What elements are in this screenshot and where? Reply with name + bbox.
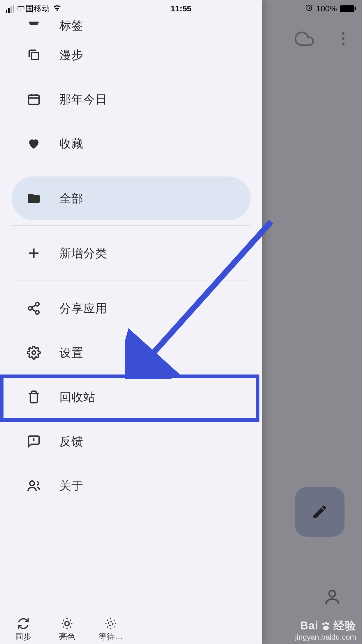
drawer-item-favorites[interactable]: 收藏 <box>0 121 262 166</box>
svg-point-17 <box>327 623 329 625</box>
battery-percent: 100% <box>316 4 337 13</box>
drawer-item-add-category[interactable]: 新增分类 <box>0 231 262 275</box>
brightness-icon <box>104 617 117 630</box>
drawer-item-settings[interactable]: 设置 <box>0 330 262 375</box>
svg-point-0 <box>342 32 345 35</box>
svg-point-8 <box>36 311 39 314</box>
wait-button[interactable]: 等待… <box>90 617 131 642</box>
bottom-btn-label: 同步 <box>15 631 31 642</box>
drawer-item-recycle[interactable]: 回收站 <box>0 375 262 419</box>
divider <box>12 225 251 226</box>
navigation-drawer: 标签 漫步 那年今日 收藏 全部 <box>0 0 262 644</box>
divider <box>12 281 251 281</box>
svg-point-10 <box>30 481 34 486</box>
plus-icon <box>26 245 42 261</box>
svg-rect-4 <box>31 52 38 60</box>
drawer-item-about[interactable]: 关于 <box>0 463 262 508</box>
svg-point-1 <box>342 37 345 40</box>
wifi-icon <box>53 4 61 14</box>
drawer-item-tags[interactable]: 标签 <box>0 18 262 33</box>
pencil-icon <box>311 503 328 520</box>
svg-point-12 <box>109 622 113 626</box>
svg-rect-5 <box>29 95 39 104</box>
drawer-item-label: 那年今日 <box>59 91 107 107</box>
drawer-item-label: 新增分类 <box>59 245 107 261</box>
svg-point-3 <box>329 591 335 597</box>
theme-button[interactable]: 亮色 <box>47 617 87 642</box>
carrier-label: 中国移动 <box>17 3 50 14</box>
person-icon <box>323 587 342 606</box>
new-note-fab[interactable] <box>295 487 345 537</box>
pages-icon <box>26 47 42 63</box>
share-icon <box>26 300 42 316</box>
svg-point-16 <box>325 622 327 624</box>
cloud-icon[interactable] <box>295 29 314 50</box>
sync-icon <box>17 617 30 630</box>
drawer-item-wander[interactable]: 漫步 <box>0 33 262 77</box>
battery-icon <box>340 5 356 12</box>
status-time: 11:55 <box>171 4 191 13</box>
drawer-item-label: 漫步 <box>59 47 83 63</box>
trash-icon <box>26 389 42 405</box>
drawer-item-label: 设置 <box>59 345 83 361</box>
watermark: Bai 经验 jingyan.baidu.com <box>295 619 356 642</box>
bottom-btn-label: 等待… <box>99 631 123 642</box>
watermark-text: Bai <box>300 619 318 633</box>
divider <box>12 171 251 171</box>
sun-icon <box>61 617 73 630</box>
more-vertical-icon[interactable] <box>334 30 352 49</box>
drawer-item-feedback[interactable]: 反馈 <box>0 419 262 463</box>
folder-icon <box>26 190 42 206</box>
drawer-item-label: 分享应用 <box>59 300 107 316</box>
bg-profile-tab[interactable] <box>323 587 342 606</box>
svg-point-6 <box>36 302 39 306</box>
svg-point-7 <box>29 307 32 310</box>
drawer-scroll[interactable]: 标签 漫步 那年今日 收藏 全部 <box>0 18 262 612</box>
svg-point-18 <box>323 626 329 630</box>
tag-icon <box>26 18 42 33</box>
drawer-bottom-toolbar: 同步 亮色 等待… <box>0 612 262 644</box>
alarm-icon <box>305 4 313 14</box>
drawer-item-on-this-day[interactable]: 那年今日 <box>0 77 262 121</box>
svg-point-9 <box>32 351 36 354</box>
drawer-item-share-app[interactable]: 分享应用 <box>0 286 262 330</box>
drawer-item-label: 反馈 <box>59 433 83 449</box>
drawer-item-label: 全部 <box>59 190 83 206</box>
bg-top-actions <box>295 29 352 50</box>
svg-point-2 <box>342 43 345 46</box>
svg-point-11 <box>65 622 69 626</box>
people-icon <box>26 477 42 494</box>
drawer-item-label: 标签 <box>59 18 83 33</box>
feedback-icon <box>26 433 42 449</box>
heart-icon <box>26 135 42 152</box>
watermark-url: jingyan.baidu.com <box>295 633 356 642</box>
drawer-item-all[interactable]: 全部 <box>12 176 251 220</box>
drawer-item-label: 回收站 <box>59 389 95 405</box>
drawer-item-label: 关于 <box>59 478 83 494</box>
svg-point-15 <box>322 623 325 625</box>
gear-icon <box>26 344 42 361</box>
calendar-icon <box>26 91 42 107</box>
paw-icon <box>320 620 332 632</box>
watermark-text: 经验 <box>333 619 356 633</box>
sync-button[interactable]: 同步 <box>3 617 44 642</box>
drawer-item-label: 收藏 <box>59 136 83 152</box>
bottom-btn-label: 亮色 <box>59 631 75 642</box>
signal-icon <box>6 5 14 13</box>
status-bar: 中国移动 11:55 100% <box>0 0 362 18</box>
